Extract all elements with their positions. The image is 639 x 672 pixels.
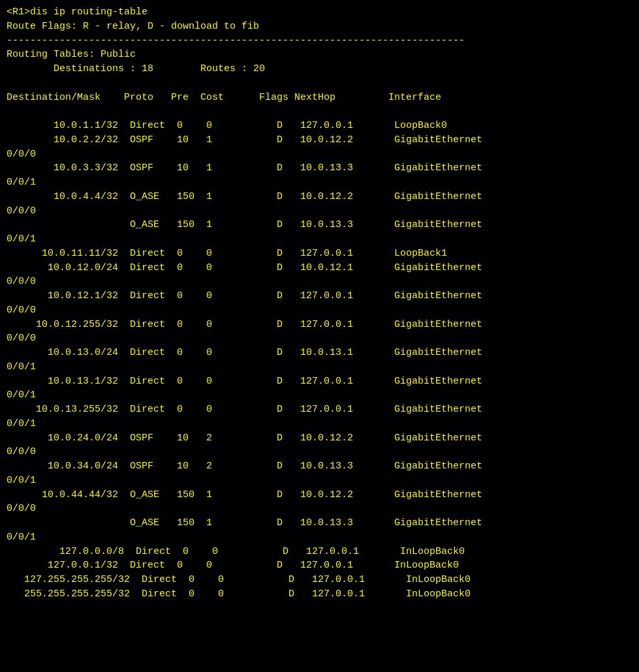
terminal-output: <R1>dis ip routing-table Route Flags: R … bbox=[7, 5, 632, 602]
